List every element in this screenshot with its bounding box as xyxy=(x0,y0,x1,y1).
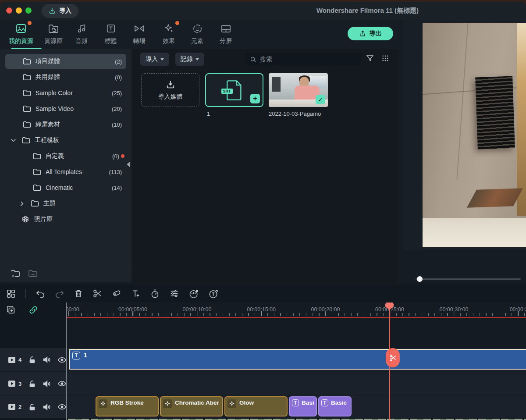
sidebar-item-project-templates[interactable]: 工程模板 xyxy=(5,133,126,148)
tab-split-screen[interactable]: 分屏 xyxy=(210,22,242,45)
download-icon xyxy=(166,80,175,89)
text-clip-basic-2[interactable]: T Basic xyxy=(318,396,352,416)
sidebar-item-photo-library[interactable]: 照片庫 xyxy=(5,212,126,227)
sidebar-item-project-media[interactable]: 項目媒體 (2) xyxy=(5,54,126,69)
srt-document-icon: SRT xyxy=(225,80,244,101)
tab-label: 轉場 xyxy=(124,37,155,45)
adjust-sliders-icon[interactable] xyxy=(169,289,179,298)
split-cursor[interactable] xyxy=(386,348,400,367)
sidebar-item-label: 自定義 xyxy=(46,152,112,160)
playhead-line[interactable] xyxy=(389,303,390,420)
text-clip-basic-1[interactable]: T Basi xyxy=(289,396,317,416)
notification-dot xyxy=(175,21,179,25)
preview-scrubber-handle[interactable] xyxy=(417,276,423,282)
mute-speaker-icon[interactable] xyxy=(43,403,51,411)
track-area[interactable]: 00:00:00 00:00:05:00 00:00:10:00 00:00:1… xyxy=(66,303,526,420)
tab-stock-media[interactable]: 資源庫 xyxy=(38,22,69,45)
music-note-icon xyxy=(77,24,86,33)
speech-to-text-icon[interactable] xyxy=(209,289,219,299)
srt-file-card[interactable]: SRT + xyxy=(205,73,263,107)
track-region: 4 3 xyxy=(0,303,526,420)
delete-folder-button[interactable] xyxy=(28,270,38,278)
sidebar-item-label: 共用媒體 xyxy=(36,73,115,81)
item-count: (0) xyxy=(115,74,122,81)
lock-icon[interactable] xyxy=(29,380,36,388)
lock-icon[interactable] xyxy=(29,356,36,363)
sidebar-item-label: Sample Video xyxy=(36,105,112,112)
split-scissors-icon[interactable] xyxy=(92,289,102,298)
folder-icon xyxy=(23,58,31,65)
effect-clip-chromatic[interactable]: Chromatic Aber xyxy=(160,396,223,416)
search-box[interactable] xyxy=(245,53,362,66)
import-dropdown-button[interactable]: 導入 xyxy=(140,53,169,66)
add-to-timeline-badge[interactable]: + xyxy=(250,94,260,103)
new-folder-button[interactable] xyxy=(11,270,20,278)
media-browser-toggle-icon[interactable] xyxy=(6,289,16,299)
sidebar-item-label: 綠屏素材 xyxy=(36,121,112,128)
video-thumbnail-card[interactable]: ✓ xyxy=(269,73,328,107)
sidebar-item-themes[interactable]: 主題 xyxy=(5,196,126,211)
timeline-toolbar xyxy=(0,285,526,303)
effect-icon xyxy=(163,399,172,408)
item-count: (113) xyxy=(109,169,122,175)
undo-icon[interactable] xyxy=(36,289,45,298)
tab-my-media[interactable]: 我的資源 xyxy=(5,22,37,45)
text-clip-label: Basic xyxy=(331,399,347,406)
time-ruler[interactable]: 00:00:00 00:00:05:00 00:00:10:00 00:00:1… xyxy=(67,303,526,319)
folder-icon xyxy=(33,153,41,160)
sidebar-item-shared-media[interactable]: 共用媒體 (0) xyxy=(5,70,126,85)
sidebar-item-green-screen[interactable]: 綠屏素材 (10) xyxy=(5,117,126,132)
sidebar-item-sample-video[interactable]: Sample Video (20) xyxy=(5,101,126,116)
title-clip-icon: T xyxy=(72,352,80,359)
hide-eye-icon[interactable] xyxy=(58,381,66,387)
speed-timer-icon[interactable] xyxy=(150,289,160,299)
sidebar-item-custom[interactable]: 自定義 (0) xyxy=(5,149,126,164)
track-lane-3[interactable] xyxy=(67,372,526,395)
sidebar-item-sample-color[interactable]: Sample Color (25) xyxy=(5,85,126,100)
filter-icon[interactable] xyxy=(366,54,374,62)
tab-transitions[interactable]: 轉場 xyxy=(124,22,155,45)
effect-clip-glow[interactable]: Glow xyxy=(224,396,288,416)
sidebar-item-cinematic[interactable]: Cinematic (14) xyxy=(5,180,126,195)
grid-view-icon[interactable] xyxy=(381,54,389,62)
tab-elements[interactable]: 元素 xyxy=(181,22,213,45)
lock-icon[interactable] xyxy=(29,403,36,411)
audio-stretch-icon[interactable] xyxy=(189,289,199,299)
split-screen-icon xyxy=(221,24,231,33)
title-clip[interactable]: T 1 xyxy=(69,349,526,370)
effect-clip-rgb-stroke[interactable]: RGB Stroke xyxy=(96,396,159,416)
search-input[interactable] xyxy=(260,56,348,63)
effect-clip-label: Chromatic Aber xyxy=(175,399,219,406)
mute-speaker-icon[interactable] xyxy=(43,356,51,363)
tab-effects[interactable]: 效果 xyxy=(153,22,185,45)
hide-eye-icon[interactable] xyxy=(58,404,66,410)
sidebar-item-all-templates[interactable]: All Templates (113) xyxy=(5,164,126,179)
tab-audio[interactable]: 音頻 xyxy=(66,22,97,45)
thumbnail-tv xyxy=(272,77,281,91)
auto-ripple-link-icon[interactable] xyxy=(28,305,39,315)
tab-label: 我的資源 xyxy=(5,37,37,45)
preview-scrubber-track[interactable] xyxy=(416,278,521,280)
export-button[interactable]: 導出 xyxy=(348,27,393,40)
timeline-panel: 4 3 xyxy=(0,285,526,420)
tab-titles[interactable]: 標題 xyxy=(95,22,127,45)
record-dropdown-button[interactable]: 記錄 xyxy=(175,53,204,66)
sidebar-collapse-arrow[interactable] xyxy=(127,161,130,167)
add-to-track-icon[interactable] xyxy=(6,305,16,315)
share-export-icon xyxy=(359,30,366,37)
delete-icon[interactable] xyxy=(74,289,83,298)
import-media-card[interactable]: 導入媒體 xyxy=(141,73,199,107)
crop-tag-icon[interactable] xyxy=(112,289,121,298)
chevron-down-icon[interactable] xyxy=(9,139,18,142)
toolbar-divider xyxy=(25,289,26,298)
caret-down-icon xyxy=(160,58,164,61)
tab-label: 效果 xyxy=(153,37,185,45)
mute-speaker-icon[interactable] xyxy=(43,380,51,388)
redo-icon[interactable] xyxy=(55,289,64,298)
elements-smiley-icon xyxy=(192,24,203,34)
chevron-right-icon[interactable] xyxy=(18,201,26,206)
add-text-icon[interactable] xyxy=(131,289,141,298)
effect-clip-label: RGB Stroke xyxy=(110,399,144,406)
hide-eye-icon[interactable] xyxy=(58,357,66,363)
window-title: Wondershare Filmora 11 (無標題) xyxy=(0,2,419,20)
